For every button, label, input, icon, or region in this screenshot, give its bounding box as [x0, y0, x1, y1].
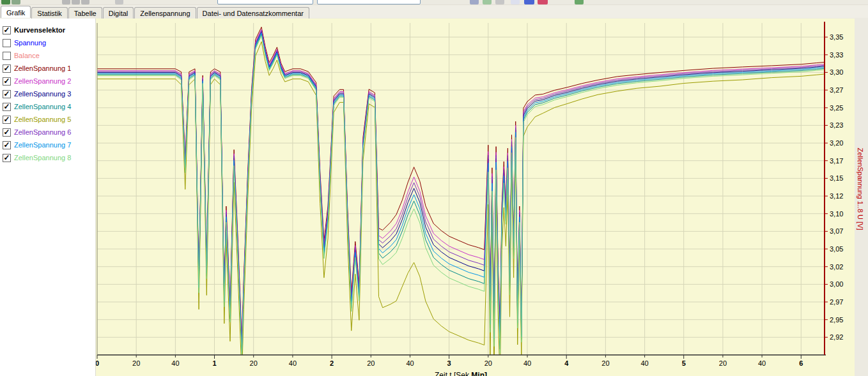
curve-item-zellenspannung-8[interactable]: ✓ZellenSpannung 8 [0, 151, 95, 164]
curve-item-zellenspannung-1[interactable]: ✓ZellenSpannung 1 [0, 62, 95, 75]
checkbox-unchecked[interactable] [3, 52, 11, 60]
curve-item-zellenspannung-5[interactable]: ✓ZellenSpannung 5 [0, 113, 95, 126]
svg-text:20: 20 [719, 359, 727, 367]
checkbox-checked[interactable]: ✓ [3, 154, 11, 162]
curve-item-balance[interactable]: Balance [0, 49, 95, 62]
checkbox-unchecked[interactable] [3, 39, 11, 47]
checkbox-checked[interactable]: ✓ [3, 103, 11, 111]
svg-text:40: 40 [406, 359, 414, 367]
tab-digital[interactable]: Digital [103, 7, 134, 19]
svg-text:40: 40 [640, 359, 648, 367]
x-axis: 0204012040220403204042040520406Zeit t [S… [96, 355, 826, 376]
svg-text:3,00: 3,00 [830, 280, 843, 288]
tab-zellenspannung[interactable]: Zellenspannung [134, 7, 196, 19]
checkbox-checked[interactable]: ✓ [3, 128, 11, 137]
y-axis-title: ZellenSpannung 1..8 U [V] [856, 147, 864, 230]
curve-item-zellenspannung-3[interactable]: ✓ZellenSpannung 3 [0, 87, 95, 100]
svg-text:3,07: 3,07 [830, 227, 843, 235]
curve-item-zellenspannung-7[interactable]: ✓ZellenSpannung 7 [0, 139, 95, 151]
svg-text:0: 0 [96, 359, 99, 367]
toolbar-icon-2[interactable] [12, 0, 20, 4]
series-zellenspannung-5 [97, 41, 825, 376]
svg-text:40: 40 [289, 359, 297, 367]
svg-text:2,95: 2,95 [830, 316, 843, 324]
svg-text:5: 5 [682, 359, 686, 367]
toolbar-icon-3[interactable] [62, 0, 70, 4]
toolbar-icon-5[interactable] [81, 0, 89, 4]
svg-text:3,33: 3,33 [830, 51, 843, 59]
svg-text:2,97: 2,97 [830, 298, 843, 306]
toolbar-icon-11[interactable] [524, 0, 534, 4]
svg-text:2: 2 [330, 359, 334, 367]
svg-text:20: 20 [367, 359, 375, 367]
curve-selector-panel: ✓KurvenselektorSpannungBalance✓ZellenSpa… [0, 19, 96, 376]
svg-text:2,92: 2,92 [830, 333, 843, 341]
tab-statistik[interactable]: Statistik [31, 7, 68, 19]
svg-text:3,20: 3,20 [830, 139, 843, 147]
toolbar-icon-6[interactable] [115, 0, 123, 4]
toolbar-icon-12[interactable] [538, 0, 548, 4]
tab-tabelle[interactable]: Tabelle [68, 7, 102, 19]
curve-label: ZellenSpannung 1 [14, 64, 71, 72]
svg-text:3,17: 3,17 [830, 157, 843, 165]
svg-text:1: 1 [212, 359, 216, 367]
tab-bar: GrafikStatistikTabelleDigitalZellenspann… [0, 5, 868, 18]
svg-text:20: 20 [132, 359, 140, 367]
series-zellenspannung-8 [97, 36, 825, 357]
toolbar-icon-13[interactable] [575, 0, 584, 4]
svg-text:3,35: 3,35 [830, 33, 843, 41]
svg-text:3,10: 3,10 [830, 210, 843, 218]
toolbar-icon-9[interactable] [495, 0, 504, 4]
svg-text:3,27: 3,27 [830, 86, 843, 94]
checkbox-checked[interactable]: ✓ [3, 116, 11, 124]
series-zellenspannung-4 [97, 34, 825, 354]
tab-grafik[interactable]: Grafik [1, 6, 31, 18]
svg-text:3,15: 3,15 [830, 174, 843, 182]
tab-datei-und-datensatzkommentar[interactable]: Datei- und Datensatzkommentar [197, 7, 309, 19]
checkbox-checked[interactable]: ✓ [3, 64, 11, 73]
main-content: ✓KurvenselektorSpannungBalance✓ZellenSpa… [0, 19, 868, 376]
svg-text:40: 40 [523, 359, 531, 367]
toolbar-icon-4[interactable] [72, 0, 80, 4]
curve-label: Balance [14, 52, 40, 59]
toolbar-icon-10[interactable] [511, 0, 520, 4]
series-zellenspannung-6 [97, 31, 825, 347]
app-window: GrafikStatistikTabelleDigitalZellenspann… [0, 0, 868, 376]
toolbar-combo-2[interactable] [317, 0, 421, 4]
svg-text:40: 40 [758, 359, 766, 367]
checkbox-checked[interactable]: ✓ [3, 141, 11, 149]
curve-item-zellenspannung-6[interactable]: ✓ZellenSpannung 6 [0, 126, 95, 139]
curve-item-zellenspannung-4[interactable]: ✓ZellenSpannung 4 [0, 100, 95, 113]
curve-label: ZellenSpannung 5 [14, 116, 71, 123]
checkbox-checked[interactable]: ✓ [3, 90, 11, 98]
svg-text:20: 20 [250, 359, 258, 367]
toolbar-icon-8[interactable] [483, 0, 492, 4]
curve-label: ZellenSpannung 3 [14, 90, 71, 98]
svg-text:3,12: 3,12 [830, 192, 843, 200]
checkbox-checked[interactable]: ✓ [3, 77, 11, 86]
curve-item-kurvenselektor[interactable]: ✓Kurvenselektor [0, 24, 95, 36]
voltage-chart[interactable]: 0204012040220403204042040520406Zeit t [S… [96, 19, 868, 376]
toolbar-icon-7[interactable] [470, 0, 479, 4]
curve-label: Spannung [14, 39, 46, 47]
curve-label: ZellenSpannung 8 [14, 154, 71, 162]
svg-text:3,30: 3,30 [830, 68, 843, 76]
curve-label: ZellenSpannung 2 [14, 77, 71, 85]
x-axis-title: Zeit t [Sek.Min] [435, 371, 487, 376]
toolbar-icon-1[interactable] [1, 0, 10, 4]
svg-text:3,23: 3,23 [830, 121, 843, 129]
curve-item-spannung[interactable]: Spannung [0, 36, 95, 49]
curve-label: Kurvenselektor [14, 26, 65, 34]
svg-text:3,02: 3,02 [830, 263, 843, 271]
chart-panel: 0204012040220403204042040520406Zeit t [S… [96, 19, 868, 376]
toolbar-combo-1[interactable] [217, 0, 313, 4]
curve-item-zellenspannung-2[interactable]: ✓ZellenSpannung 2 [0, 75, 95, 87]
svg-text:6: 6 [799, 359, 803, 367]
y-axis: 3,353,333,303,273,253,233,203,173,153,12… [97, 22, 864, 355]
series-lines [97, 27, 825, 376]
svg-text:20: 20 [484, 359, 492, 367]
checkbox-checked[interactable]: ✓ [3, 26, 11, 34]
curve-label: ZellenSpannung 4 [14, 103, 71, 110]
svg-text:3,25: 3,25 [830, 104, 843, 112]
series-zellenspannung-2 [97, 29, 825, 344]
